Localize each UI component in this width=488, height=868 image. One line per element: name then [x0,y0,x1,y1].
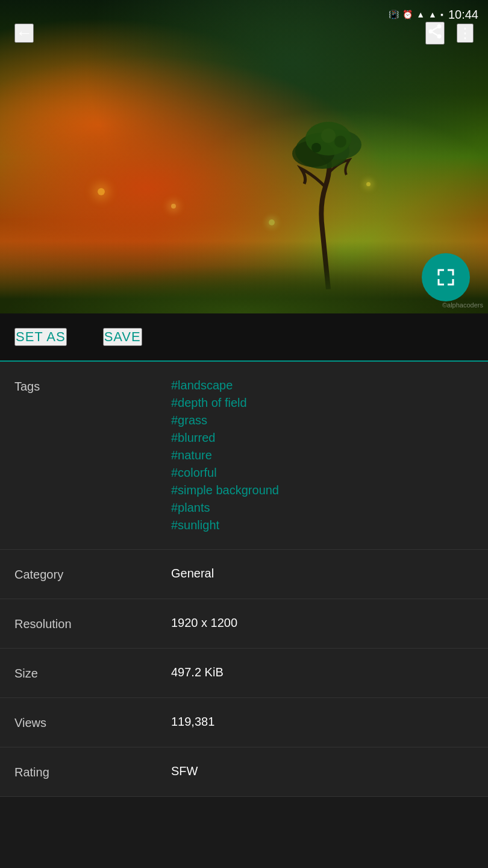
tags-label: Tags [14,379,171,394]
wallpaper-container: ©alphacoders ← ⋮ [0,0,488,313]
status-bar: 📳 ⏰ ▲ ▲ ▪ 10:44 [0,0,488,29]
tag-item[interactable]: #simple background [171,483,279,497]
svg-point-5 [334,136,346,148]
set-as-button[interactable]: SET AS [14,328,67,346]
expand-icon [435,266,457,288]
detail-label: Resolution [14,616,171,631]
detail-value: 497.2 KiB [171,665,474,679]
detail-label: Views [14,715,171,730]
svg-point-9 [437,34,442,39]
tags-row: Tags #landscape#depth of field#grass#blu… [0,362,488,550]
status-icons: 📳 ⏰ ▲ ▲ ▪ [389,10,443,19]
tag-item[interactable]: #sunlight [171,518,279,532]
detail-label: Size [14,665,171,681]
signal-icon: ▲ [428,10,437,19]
svg-line-10 [433,33,437,36]
status-time: 10:44 [448,8,478,22]
tags-container: #landscape#depth of field#grass#blurred#… [171,379,279,532]
alarm-icon: ⏰ [402,10,413,19]
svg-point-4 [311,143,321,153]
detail-value: SFW [171,764,474,778]
save-button[interactable]: SAVE [103,328,142,346]
detail-value: 1920 x 1200 [171,616,474,630]
tag-item[interactable]: #plants [171,501,279,515]
action-bar: SET AS SAVE [0,313,488,362]
detail-label: Rating [14,764,171,779]
tag-item[interactable]: #colorful [171,466,279,480]
detail-value: 119,381 [171,715,474,729]
tag-item[interactable]: #blurred [171,431,279,445]
detail-row: CategoryGeneral [0,550,488,599]
expand-button[interactable] [422,253,470,301]
tag-item[interactable]: #grass [171,414,279,427]
detail-row: Size497.2 KiB [0,649,488,698]
tag-item[interactable]: #depth of field [171,396,279,410]
svg-point-8 [429,30,433,34]
detail-row: Views119,381 [0,698,488,747]
watermark: ©alphacoders [442,301,483,309]
detail-value: General [171,567,474,580]
detail-rows: CategoryGeneralResolution1920 x 1200Size… [0,550,488,797]
info-section: Tags #landscape#depth of field#grass#blu… [0,362,488,797]
battery-icon: ▪ [440,10,443,19]
wifi-icon: ▲ [416,10,425,19]
tag-item[interactable]: #landscape [171,379,279,392]
detail-label: Category [14,567,171,582]
detail-row: Resolution1920 x 1200 [0,599,488,649]
svg-point-6 [321,128,336,143]
tag-item[interactable]: #nature [171,448,279,462]
vibrate-icon: 📳 [389,10,399,19]
detail-row: RatingSFW [0,747,488,797]
